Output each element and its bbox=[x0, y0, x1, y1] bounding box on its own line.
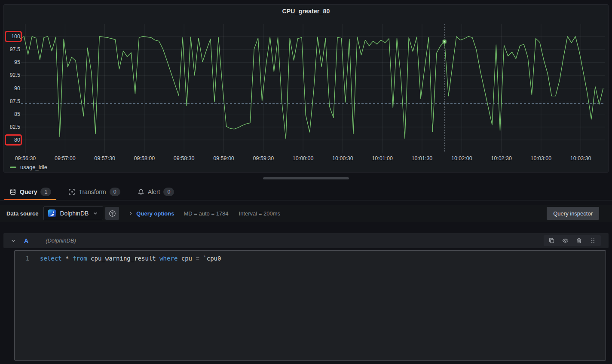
drag-handle-icon[interactable] bbox=[590, 237, 596, 244]
y-axis-tick-label: 90 bbox=[4, 85, 20, 92]
x-axis-tick-label: 09:56:30 bbox=[8, 155, 43, 162]
editor-tabbar: Query 1 Transform 0 Alert 0 bbox=[0, 183, 612, 200]
x-axis-tick-label: 10:03:30 bbox=[563, 155, 598, 162]
datasource-value: DolphinDB bbox=[60, 210, 89, 217]
legend-series-label: usage_idle bbox=[20, 164, 47, 170]
dolphindb-logo bbox=[48, 209, 56, 217]
delete-query-trash-icon[interactable] bbox=[576, 237, 582, 244]
code-line[interactable]: 1 select * from cpu_warning_result where… bbox=[15, 251, 606, 263]
query-inspector-button[interactable]: Query inspector bbox=[547, 207, 599, 220]
line-number: 1 bbox=[15, 254, 40, 263]
x-axis-tick-label: 10:01:00 bbox=[365, 155, 400, 162]
tab-transform-count-badge: 0 bbox=[110, 188, 120, 196]
tab-transform[interactable]: Transform 0 bbox=[63, 183, 125, 200]
panel-resize-handle[interactable] bbox=[263, 177, 349, 179]
x-axis-tick-label: 09:57:00 bbox=[48, 155, 82, 162]
tab-alert-label: Alert bbox=[148, 188, 160, 195]
duplicate-query-icon[interactable] bbox=[548, 237, 555, 244]
y-axis-tick-label: 87.5 bbox=[4, 98, 20, 105]
datasource-label: Data source bbox=[6, 210, 38, 217]
y-axis-tick-label: 92.5 bbox=[4, 72, 20, 79]
datasource-picker[interactable]: DolphinDB bbox=[43, 206, 103, 220]
grafana-panel-edit-page: CPU_greater_80 09:56:3009:57:0009:57:300… bbox=[0, 0, 612, 364]
chevron-down-icon bbox=[92, 210, 98, 216]
hide-query-eye-icon[interactable] bbox=[562, 237, 569, 244]
legend[interactable]: usage_idle bbox=[10, 164, 47, 170]
x-axis-tick-label: 10:02:00 bbox=[444, 155, 479, 162]
x-axis-tick-label: 10:03:00 bbox=[524, 155, 558, 162]
bell-icon bbox=[138, 188, 144, 195]
collapse-query-row-toggle[interactable] bbox=[10, 238, 16, 244]
tab-query[interactable]: Query 1 bbox=[4, 183, 56, 200]
chevron-right-icon bbox=[128, 210, 134, 216]
query-options-toggle[interactable] bbox=[128, 210, 134, 216]
query-ref-id[interactable]: A bbox=[24, 237, 28, 244]
x-axis-tick-label: 09:59:30 bbox=[246, 155, 281, 162]
x-axis-tick-label: 10:02:30 bbox=[484, 155, 519, 162]
interval-stat: Interval = 200ms bbox=[239, 210, 280, 217]
x-axis-tick-label: 10:00:00 bbox=[286, 155, 320, 162]
x-axis-tick-label: 09:58:30 bbox=[167, 155, 201, 162]
legend-series-swatch bbox=[10, 167, 16, 168]
transform-icon bbox=[68, 188, 75, 195]
query-row-actions bbox=[544, 235, 601, 246]
x-axis-tick-label: 10:01:30 bbox=[405, 155, 439, 162]
x-axis-tick-label: 10:00:30 bbox=[325, 155, 360, 162]
tab-transform-label: Transform bbox=[79, 188, 106, 195]
x-axis-tick-label: 09:58:00 bbox=[127, 155, 162, 162]
red-highlight-box bbox=[5, 31, 22, 42]
chart-canvas[interactable] bbox=[4, 5, 608, 172]
help-icon bbox=[109, 210, 116, 217]
chevron-down-icon bbox=[10, 238, 16, 244]
x-axis-tick-label: 09:59:00 bbox=[207, 155, 241, 162]
tab-alert-count-badge: 0 bbox=[163, 188, 174, 196]
series-line-usage-idle bbox=[20, 36, 603, 139]
tab-alert[interactable]: Alert 0 bbox=[132, 183, 180, 200]
tab-query-label: Query bbox=[20, 188, 37, 195]
query-toolbar: Data source DolphinDB Query options MD =… bbox=[0, 205, 612, 222]
query-options-link[interactable]: Query options bbox=[136, 210, 174, 217]
y-axis-tick-label: 82.5 bbox=[4, 124, 20, 130]
sql-query-text[interactable]: select * from cpu_warning_result where c… bbox=[40, 254, 221, 263]
red-highlight-box bbox=[5, 134, 22, 146]
y-axis-tick-label: 95 bbox=[4, 59, 20, 66]
timeseries-panel: CPU_greater_80 09:56:3009:57:0009:57:300… bbox=[3, 4, 609, 173]
query-datasource-hint: (DolphinDB) bbox=[46, 237, 76, 244]
database-icon bbox=[9, 188, 16, 195]
y-axis-tick-label: 85 bbox=[4, 111, 20, 118]
datasource-help-button[interactable] bbox=[105, 207, 119, 220]
sql-code-editor[interactable]: 1 select * from cpu_warning_result where… bbox=[14, 250, 606, 361]
x-axis-tick-label: 09:57:30 bbox=[88, 155, 122, 162]
y-axis-tick-label: 97.5 bbox=[4, 46, 20, 53]
tab-query-count-badge: 1 bbox=[40, 188, 51, 196]
max-data-points-stat: MD = auto = 1784 bbox=[184, 210, 228, 217]
query-row-header: A (DolphinDB) bbox=[3, 233, 609, 248]
